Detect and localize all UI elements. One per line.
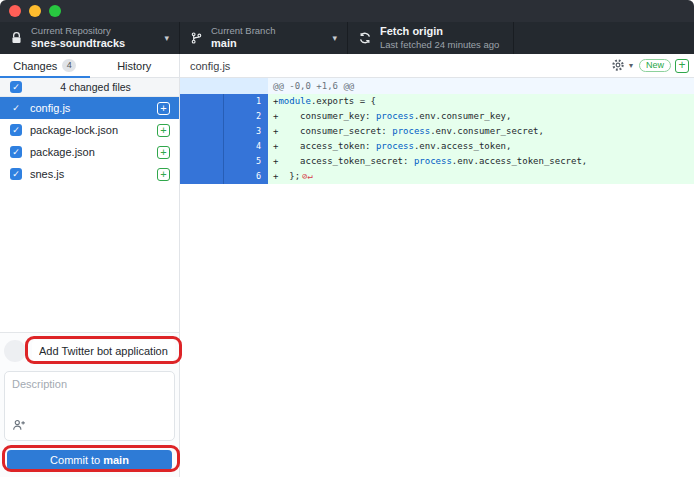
tab-history[interactable]: History — [90, 54, 180, 77]
branch-name: main — [211, 37, 275, 51]
minimize-button[interactable] — [29, 5, 41, 17]
file-include-checkbox[interactable]: ✓ — [10, 124, 22, 136]
diff-line-code: + access_token: process.env.access_token… — [268, 139, 694, 154]
commit-button-label: Commit to — [50, 454, 100, 466]
file-row[interactable]: ✓config.js+ — [0, 97, 179, 119]
file-name: snes.js — [30, 168, 149, 180]
diff-line-code: + access_token_secret: process.env.acces… — [268, 154, 694, 169]
sidebar-spacer — [0, 185, 179, 332]
fetch-sublabel: Last fetched 24 minutes ago — [380, 39, 499, 51]
diff-line-code: + consumer_secret: process.env.consumer_… — [268, 124, 694, 139]
toolbar-empty-area — [514, 22, 694, 54]
git-branch-icon — [190, 31, 203, 45]
diff-line[interactable]: 3+ consumer_secret: process.env.consumer… — [180, 124, 694, 139]
diff-line[interactable]: 5+ access_token_secret: process.env.acce… — [180, 154, 694, 169]
diff-line-code: +module.exports = { — [268, 94, 694, 109]
repository-name: snes-soundtracks — [31, 37, 125, 51]
diff-line-gutter[interactable]: 2 — [180, 109, 268, 124]
diff-line-gutter[interactable]: 5 — [180, 154, 268, 169]
file-include-checkbox[interactable]: ✓ — [10, 102, 22, 114]
file-added-status-icon: + — [157, 146, 170, 159]
diff-line[interactable]: 2+ consumer_key: process.env.consumer_ke… — [180, 109, 694, 124]
add-coauthor-icon[interactable] — [12, 417, 26, 435]
tab-changes-label: Changes — [13, 60, 57, 72]
commit-button[interactable]: Commit to main — [7, 450, 172, 470]
repository-label: Current Repository — [31, 25, 125, 37]
commit-summary-row — [4, 339, 175, 363]
new-line-number: 6 — [224, 169, 267, 184]
commit-button-branch: main — [103, 454, 129, 466]
commit-description-input[interactable] — [5, 372, 174, 418]
changes-sidebar: Changes 4 History ✓ 4 changed files ✓con… — [0, 54, 180, 477]
diff-line[interactable]: 4+ access_token: process.env.access_toke… — [180, 139, 694, 154]
changes-count-badge: 4 — [62, 59, 76, 72]
fetch-origin-button[interactable]: Fetch origin Last fetched 24 minutes ago — [348, 22, 514, 54]
no-newline-icon: ⊘↵ — [302, 171, 313, 181]
chevron-down-icon: ▾ — [332, 33, 337, 43]
commit-form: Commit to main — [0, 332, 179, 477]
gear-icon[interactable] — [611, 58, 625, 74]
new-line-number: 1 — [224, 94, 267, 109]
file-name: package-lock.json — [30, 124, 149, 136]
file-added-status-icon: + — [157, 124, 170, 137]
file-row[interactable]: ✓snes.js+ — [0, 163, 179, 185]
changed-files-summary: 4 changed files — [22, 81, 169, 93]
diff-lines: 1+module.exports = {2+ consumer_key: pro… — [180, 94, 694, 184]
toolbar: Current Repository snes-soundtracks ▾ Cu… — [0, 22, 694, 54]
file-include-checkbox[interactable]: ✓ — [10, 168, 22, 180]
old-line-number — [180, 169, 224, 184]
file-list: ✓config.js+✓package-lock.json+✓package.j… — [0, 97, 179, 185]
diff-line-gutter[interactable]: 1 — [180, 94, 268, 109]
hunk-header-row[interactable]: @@ -0,0 +1,6 @@ — [180, 78, 694, 94]
tab-history-label: History — [117, 60, 151, 72]
new-line-number: 3 — [224, 124, 267, 139]
diff-line-gutter[interactable]: 3 — [180, 124, 268, 139]
lock-icon — [10, 31, 23, 45]
fetch-label: Fetch origin — [380, 25, 499, 39]
new-line-number: 4 — [224, 139, 267, 154]
avatar — [4, 340, 26, 362]
old-line-number — [180, 154, 224, 169]
changed-files-header: ✓ 4 changed files — [0, 78, 179, 97]
new-line-number: 5 — [224, 154, 267, 169]
select-all-checkbox[interactable]: ✓ — [10, 81, 22, 93]
hunk-gutter — [180, 78, 268, 94]
new-file-badge: New — [639, 59, 671, 72]
sidebar-tabs: Changes 4 History — [0, 54, 179, 78]
old-line-number — [180, 109, 224, 124]
old-line-number — [180, 94, 224, 109]
expand-diff-icon[interactable]: + — [675, 59, 689, 73]
diff-line-gutter[interactable]: 4 — [180, 139, 268, 154]
old-line-number — [180, 124, 224, 139]
chevron-down-icon: ▾ — [164, 33, 169, 43]
main-content: Changes 4 History ✓ 4 changed files ✓con… — [0, 54, 694, 477]
tab-changes[interactable]: Changes 4 — [0, 54, 90, 77]
commit-summary-input[interactable] — [32, 340, 175, 362]
new-line-number: 2 — [224, 109, 267, 124]
file-added-status-icon: + — [157, 102, 170, 115]
close-button[interactable] — [9, 5, 21, 17]
file-row[interactable]: ✓package.json+ — [0, 141, 179, 163]
title-bar — [0, 0, 694, 22]
file-added-status-icon: + — [157, 168, 170, 181]
diff-line[interactable]: 6+ };⊘↵ — [180, 169, 694, 184]
current-branch-dropdown[interactable]: Current Branch main ▾ — [180, 22, 348, 54]
github-desktop-window: Current Repository snes-soundtracks ▾ Cu… — [0, 0, 694, 477]
hunk-header-text: @@ -0,0 +1,6 @@ — [268, 78, 694, 94]
current-repository-dropdown[interactable]: Current Repository snes-soundtracks ▾ — [0, 22, 180, 54]
file-name: package.json — [30, 146, 149, 158]
diff-header-actions: ▾ New + — [611, 58, 689, 74]
diff-line[interactable]: 1+module.exports = { — [180, 94, 694, 109]
sync-icon — [358, 31, 372, 45]
zoom-button[interactable] — [49, 5, 61, 17]
diff-panel: config.js ▾ New + @@ -0,0 +1,6 @@ 1+modu… — [180, 54, 694, 477]
diff-line-code: + };⊘↵ — [268, 169, 694, 184]
old-line-number — [180, 139, 224, 154]
branch-label: Current Branch — [211, 25, 275, 37]
diff-line-gutter[interactable]: 6 — [180, 169, 268, 184]
file-row[interactable]: ✓package-lock.json+ — [0, 119, 179, 141]
diff-header: config.js ▾ New + — [180, 54, 694, 78]
file-include-checkbox[interactable]: ✓ — [10, 146, 22, 158]
chevron-down-icon[interactable]: ▾ — [629, 61, 633, 70]
diff-file-name: config.js — [190, 60, 230, 72]
